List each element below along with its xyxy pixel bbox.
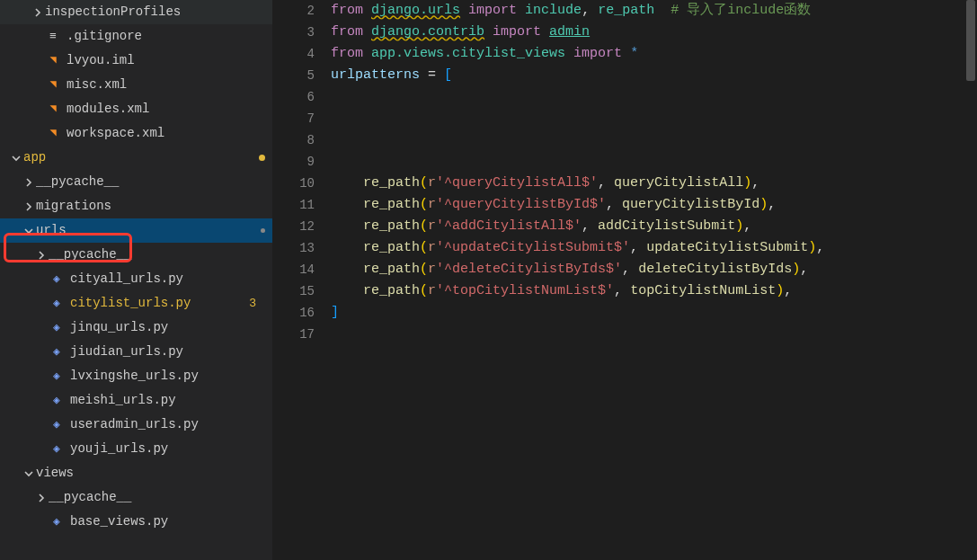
- chevron-right-icon[interactable]: [34, 248, 49, 262]
- tree-item-label: useradmin_urls.py: [70, 413, 265, 437]
- xml-file-icon: ◥: [45, 126, 61, 142]
- python-file-icon: ◈: [49, 320, 65, 336]
- status-dot-icon: [261, 228, 265, 233]
- tree-file[interactable]: ◈cityall_urls.py: [0, 267, 272, 291]
- python-file-icon: ◈: [49, 271, 65, 288]
- code-line: ]: [331, 302, 964, 324]
- tree-item-label: lvxingshe_urls.py: [70, 364, 265, 388]
- chevron-down-icon[interactable]: [22, 224, 36, 238]
- line-number-gutter: 234567891011121314151617: [272, 0, 331, 560]
- tree-item-label: citylist_urls.py: [70, 291, 249, 316]
- tree-item-label: modules.xml: [67, 97, 265, 121]
- tree-item-label: jiudian_urls.py: [70, 340, 265, 364]
- tree-item-label: __pycache__: [49, 243, 265, 267]
- chevron-right-icon[interactable]: [22, 200, 36, 214]
- scrollbar-thumb[interactable]: [966, 0, 975, 81]
- code-line: [331, 108, 964, 129]
- tree-item-label: cityall_urls.py: [70, 267, 265, 291]
- python-file-icon: ◈: [49, 393, 65, 409]
- python-file-icon: ◈: [49, 514, 65, 530]
- line-number: 6: [272, 86, 315, 108]
- code-line: urlpatterns = [: [331, 65, 964, 86]
- tree-item-label: inspectionProfiles: [45, 0, 265, 24]
- chevron-right-icon[interactable]: [31, 5, 45, 20]
- tree-file[interactable]: ◈jiudian_urls.py: [0, 340, 272, 364]
- code-line: from django.contrib import admin: [331, 22, 964, 43]
- tree-item-label: jinqu_urls.py: [70, 316, 265, 340]
- tree-file[interactable]: ◈meishi_urls.py: [0, 388, 272, 413]
- tree-file[interactable]: ◈base_views.py: [0, 510, 272, 534]
- tree-item-label: base_views.py: [70, 510, 265, 534]
- tree-item-label: meishi_urls.py: [70, 388, 265, 413]
- code-line: [331, 129, 964, 151]
- line-number: 13: [272, 237, 315, 259]
- line-number: 3: [272, 22, 315, 43]
- tree-item-label: views: [36, 461, 265, 485]
- code-line: re_path(r'^topCitylistNumList$', topCity…: [331, 280, 964, 302]
- python-file-icon: ◈: [49, 296, 65, 312]
- python-file-icon: ◈: [49, 417, 65, 433]
- line-number: 7: [272, 108, 315, 129]
- tree-file[interactable]: ◈lvxingshe_urls.py: [0, 364, 272, 388]
- code-line: [331, 151, 964, 173]
- tree-folder[interactable]: urls: [0, 218, 272, 243]
- line-number: 12: [272, 216, 315, 237]
- code-line: [331, 324, 964, 345]
- gitignore-file-icon: ≡: [45, 29, 61, 45]
- line-number: 16: [272, 302, 315, 324]
- chevron-down-icon[interactable]: [9, 151, 23, 165]
- tree-folder[interactable]: inspectionProfiles: [0, 0, 272, 24]
- tree-item-label: .gitignore: [67, 24, 265, 49]
- code-content[interactable]: from django.urls import include, re_path…: [331, 0, 964, 560]
- tree-file[interactable]: ◈youji_urls.py: [0, 437, 272, 461]
- tree-file[interactable]: ◥misc.xml: [0, 73, 272, 97]
- xml-file-icon: ◥: [45, 53, 61, 69]
- code-line: re_path(r'^queryCitylistAll$', queryCity…: [331, 173, 964, 194]
- code-line: re_path(r'^addCitylistAll$', addCitylist…: [331, 216, 964, 237]
- tree-folder[interactable]: migrations: [0, 194, 272, 218]
- line-number: 14: [272, 259, 315, 280]
- editor[interactable]: 234567891011121314151617 from django.url…: [272, 0, 977, 560]
- tree-item-label: migrations: [36, 194, 265, 218]
- tree-item-label: workspace.xml: [67, 121, 265, 146]
- tree-file[interactable]: ≡.gitignore: [0, 24, 272, 49]
- chevron-right-icon[interactable]: [22, 175, 36, 190]
- tree-file[interactable]: ◈useradmin_urls.py: [0, 413, 272, 437]
- tree-file[interactable]: ◈jinqu_urls.py: [0, 316, 272, 340]
- python-file-icon: ◈: [49, 344, 65, 360]
- tree-item-label: youji_urls.py: [70, 437, 265, 461]
- python-file-icon: ◈: [49, 441, 65, 458]
- code-line: re_path(r'^updateCitylistSubmit$', updat…: [331, 237, 964, 259]
- line-number: 4: [272, 43, 315, 65]
- code-line: [331, 86, 964, 108]
- tree-folder[interactable]: __pycache__: [0, 243, 272, 267]
- tree-folder[interactable]: views: [0, 461, 272, 485]
- python-file-icon: ◈: [49, 369, 65, 385]
- file-explorer[interactable]: inspectionProfiles≡.gitignore◥lvyou.iml◥…: [0, 0, 272, 560]
- chevron-right-icon[interactable]: [34, 491, 49, 505]
- tree-folder[interactable]: __pycache__: [0, 485, 272, 510]
- chevron-down-icon[interactable]: [22, 467, 36, 481]
- problems-count-badge: 3: [249, 291, 265, 316]
- tree-folder[interactable]: __pycache__: [0, 170, 272, 194]
- tree-file[interactable]: ◈citylist_urls.py3: [0, 291, 272, 316]
- line-number: 17: [272, 324, 315, 345]
- code-line: re_path(r'^queryCitylistById$', queryCit…: [331, 194, 964, 216]
- tree-file[interactable]: ◥modules.xml: [0, 97, 272, 121]
- tree-file[interactable]: ◥lvyou.iml: [0, 49, 272, 73]
- line-number: 15: [272, 280, 315, 302]
- editor-scrollbar[interactable]: [964, 0, 977, 560]
- line-number: 11: [272, 194, 315, 216]
- tree-item-label: misc.xml: [67, 73, 265, 97]
- code-line: re_path(r'^deleteCitylistByIds$', delete…: [331, 259, 964, 280]
- tree-file[interactable]: ◥workspace.xml: [0, 121, 272, 146]
- xml-file-icon: ◥: [45, 102, 61, 118]
- line-number: 10: [272, 173, 315, 194]
- code-line: from django.urls import include, re_path…: [331, 0, 964, 22]
- code-line: from app.views.citylist_views import *: [331, 43, 964, 65]
- tree-folder[interactable]: app: [0, 146, 272, 170]
- tree-item-label: lvyou.iml: [67, 49, 265, 73]
- line-number: 9: [272, 151, 315, 173]
- tree-item-label: app: [23, 146, 253, 170]
- tree-item-label: urls: [36, 218, 255, 243]
